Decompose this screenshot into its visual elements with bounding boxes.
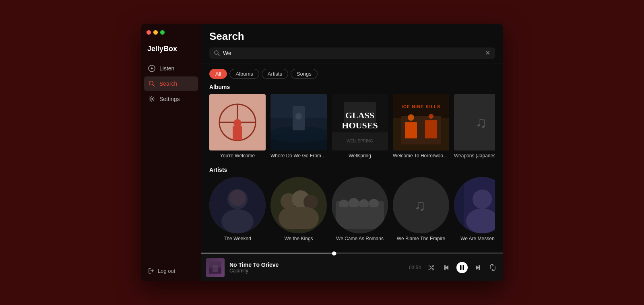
svg-rect-12: [233, 126, 242, 140]
album-item-wellspring[interactable]: GLASS HOUSES WELLSPRING Wellspring: [332, 94, 388, 159]
sidebar-item-settings[interactable]: Settings: [144, 92, 198, 106]
shuffle-button[interactable]: [426, 262, 437, 273]
app-logo: JellyBox: [141, 41, 201, 61]
svg-rect-61: [460, 265, 462, 270]
svg-text:♫: ♫: [475, 114, 487, 131]
search-input[interactable]: [223, 50, 482, 56]
artist-art-we-came-as-romans: [332, 177, 388, 233]
player-duration: 03:54: [409, 265, 421, 270]
album-placeholder-icon: ♫: [472, 112, 492, 132]
app-window: JellyBox Listen Search: [141, 24, 503, 281]
search-clear-button[interactable]: ✕: [485, 50, 490, 56]
svg-line-3: [153, 85, 155, 87]
artist-item-we-blame-empire[interactable]: ♫ We Blame The Empire: [393, 177, 449, 241]
player-bar: No Time To Grieve Calamity 03:54: [201, 252, 503, 281]
next-button[interactable]: [472, 262, 483, 273]
close-button[interactable]: [147, 30, 151, 35]
svg-rect-30: [405, 122, 417, 138]
svg-rect-64: [479, 265, 480, 270]
artist-item-weeknd[interactable]: The Weeknd: [209, 177, 266, 241]
album-art-calamity: [209, 262, 221, 274]
scroll-area[interactable]: Albums: [201, 79, 503, 252]
titlebar: [141, 24, 201, 41]
sidebar-item-listen[interactable]: Listen: [144, 61, 198, 76]
svg-point-32: [408, 114, 414, 121]
album-label-where-do-we: Where Do We Go From H...: [270, 153, 327, 159]
player-controls: No Time To Grieve Calamity 03:54: [201, 254, 503, 281]
svg-rect-43: [279, 207, 319, 229]
svg-rect-37: [221, 209, 254, 233]
album-thumb-youre-welcome: [209, 94, 266, 150]
now-playing-title: No Time To Grieve: [229, 262, 404, 268]
album-art-horrorwood: ICE NINE KILLS: [393, 94, 449, 150]
maximize-button[interactable]: [160, 30, 165, 35]
albums-section: Albums: [209, 84, 495, 159]
album-item-weapons[interactable]: ♫ Weapons (Japanese Editi...: [454, 94, 495, 159]
artist-item-we-are-messengers[interactable]: We Are Messengers: [454, 177, 495, 241]
album-art-where-do-we: [270, 94, 327, 150]
svg-rect-62: [463, 265, 464, 270]
control-buttons: [426, 262, 498, 273]
album-label-horrorwood: Welcome To Horrorwood: ...: [393, 153, 449, 159]
search-icon: [148, 80, 155, 87]
album-thumb-weapons: ♫: [454, 94, 495, 150]
sidebar-settings-label: Settings: [159, 96, 180, 102]
now-playing-artist: Calamity: [229, 268, 404, 274]
now-playing-info: No Time To Grieve Calamity: [229, 262, 404, 274]
artist-thumb-we-the-kings: [270, 177, 327, 233]
artist-placeholder-icon: ♫: [411, 195, 431, 215]
progress-thumb[interactable]: [332, 251, 336, 256]
sidebar-search-label: Search: [159, 80, 177, 87]
search-bar: ✕: [209, 47, 495, 59]
album-label-youre-welcome: You're Welcome: [209, 153, 266, 159]
album-label-weapons: Weapons (Japanese Editi...: [454, 153, 495, 159]
svg-line-7: [218, 54, 219, 56]
repeat-button[interactable]: [487, 262, 498, 273]
logout-button[interactable]: Log out: [147, 265, 195, 276]
progress-fill: [201, 253, 337, 254]
svg-marker-1: [151, 67, 153, 70]
svg-rect-60: [444, 265, 446, 270]
sidebar-nav: Listen Search Settings: [141, 61, 201, 260]
main-content: Search ✕ All Albums Artists Songs Albums: [201, 24, 503, 281]
albums-section-title: Albums: [209, 84, 495, 90]
artist-label-weeknd: The Weeknd: [209, 236, 266, 241]
albums-grid: You're Welcome: [209, 94, 495, 159]
filter-songs[interactable]: Songs: [291, 69, 318, 79]
play-pause-button[interactable]: [456, 262, 468, 273]
svg-point-38: [229, 190, 246, 206]
album-item-youre-welcome[interactable]: You're Welcome: [209, 94, 266, 159]
artist-label-we-the-kings: We the Kings: [270, 236, 327, 241]
progress-bar[interactable]: [201, 253, 503, 254]
prev-button[interactable]: [441, 262, 452, 273]
svg-point-13: [233, 119, 242, 127]
svg-rect-58: [213, 265, 218, 272]
page-title: Search: [209, 30, 495, 43]
filter-albums[interactable]: Albums: [229, 69, 259, 79]
sidebar-item-search[interactable]: Search: [144, 76, 198, 91]
filter-artists[interactable]: Artists: [262, 69, 288, 79]
sidebar-bottom: Log out: [141, 260, 201, 281]
minimize-button[interactable]: [153, 30, 158, 35]
svg-point-42: [303, 195, 318, 209]
artist-item-we-came-as-romans[interactable]: We Came As Romans: [332, 177, 388, 241]
sidebar: JellyBox Listen Search: [141, 24, 201, 281]
now-playing-art: [206, 258, 225, 277]
main-header: Search ✕: [201, 24, 503, 64]
album-item-where-do-we[interactable]: Where Do We Go From H...: [270, 94, 327, 159]
sidebar-listen-label: Listen: [159, 65, 174, 72]
artist-item-we-the-kings[interactable]: We the Kings: [270, 177, 327, 241]
svg-point-47: [349, 198, 359, 208]
play-circle-icon: [148, 65, 155, 72]
artists-grid: The Weeknd We: [209, 177, 495, 241]
album-item-horrorwood[interactable]: ICE NINE KILLS Welcome To Horrorwood: ..…: [393, 94, 449, 159]
svg-point-19: [295, 113, 302, 120]
filter-all[interactable]: All: [209, 69, 227, 79]
artists-section-title: Artists: [209, 167, 495, 173]
svg-point-33: [429, 114, 433, 119]
artist-label-we-came-as-romans: We Came As Romans: [332, 236, 388, 241]
album-thumb-wellspring: GLASS HOUSES WELLSPRING: [332, 94, 388, 150]
svg-text:HOUSES: HOUSES: [342, 120, 378, 130]
artist-thumb-we-blame-empire: ♫: [393, 177, 449, 233]
album-thumb-where-do-we: [270, 94, 327, 150]
